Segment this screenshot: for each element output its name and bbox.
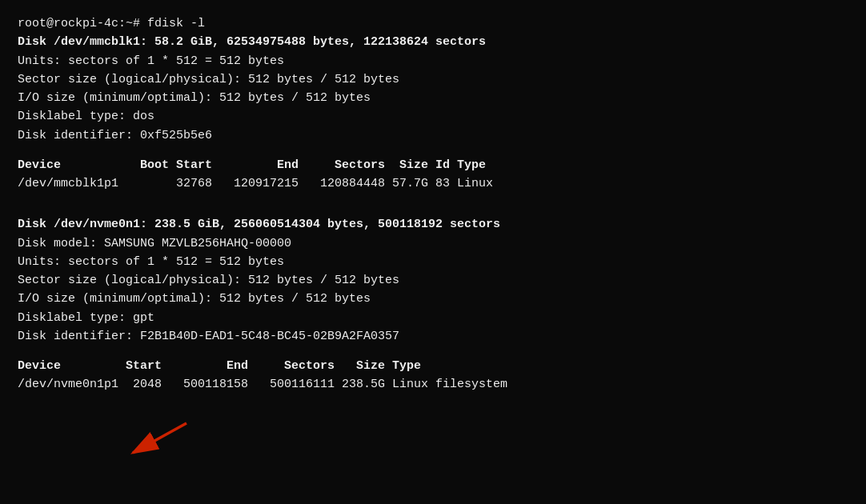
disk1-table-header: Device Boot Start End Sectors Size Id Ty… [18, 156, 848, 174]
disk1-io-size: I/O size (minimum/optimal): 512 bytes / … [18, 89, 848, 107]
disk2-model: Disk model: SAMSUNG MZVLB256HAHQ-00000 [18, 234, 848, 253]
disk2-identifier: Disk identifier: F2B1B40D-EAD1-5C48-BC45… [18, 327, 848, 346]
disk2-header: Disk /dev/nvme0n1: 238.5 GiB, 2560605143… [18, 215, 848, 234]
disk1-sector-size: Sector size (logical/physical): 512 byte… [18, 70, 848, 89]
disk1-identifier: Disk identifier: 0xf525b5e6 [18, 126, 848, 145]
disk2-table-header: Device Start End Sectors Size Type [18, 357, 848, 375]
disk1-disklabel: Disklabel type: dos [18, 107, 848, 126]
arrow-annotation [118, 419, 190, 459]
disk2-units: Units: sectors of 1 * 512 = 512 bytes [18, 253, 848, 271]
disk1-table-row: /dev/mmcblk1p1 32768 120917215 120884448… [18, 174, 848, 193]
disk2-disklabel: Disklabel type: gpt [18, 309, 848, 327]
disk1-header: Disk /dev/mmcblk1: 58.2 GiB, 62534975488… [18, 33, 848, 51]
terminal-window: root@rockpi-4c:~# fdisk -l Disk /dev/mmc… [0, 0, 866, 504]
svg-line-1 [133, 423, 186, 453]
disk2-io-size: I/O size (minimum/optimal): 512 bytes / … [18, 290, 848, 308]
disk2-table-row: /dev/nvme0n1p1 2048 500118158 500116111 … [18, 375, 848, 394]
prompt-line: root@rockpi-4c:~# fdisk -l [18, 14, 848, 33]
disk2-sector-size: Sector size (logical/physical): 512 byte… [18, 271, 848, 290]
disk1-units: Units: sectors of 1 * 512 = 512 bytes [18, 52, 848, 70]
